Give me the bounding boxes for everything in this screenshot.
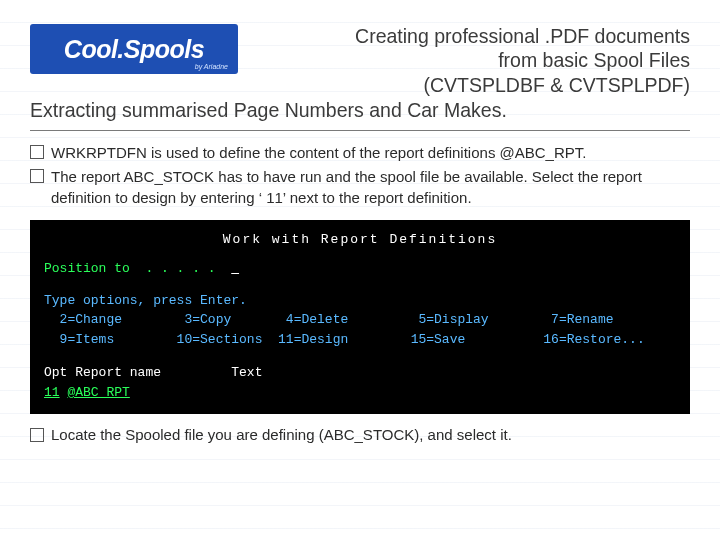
slide: Cool.Spools by Ariadne Creating professi… bbox=[0, 0, 720, 540]
bullet-text: The report ABC_STOCK has to have run and… bbox=[51, 167, 690, 208]
checkbox-icon bbox=[30, 428, 44, 442]
title-line-3: (CVTSPLDBF & CVTSPLPDF) bbox=[248, 73, 690, 97]
coolspools-logo: Cool.Spools by Ariadne bbox=[30, 24, 238, 74]
list-item: WRKRPTDFN is used to define the content … bbox=[30, 143, 690, 163]
divider bbox=[30, 130, 690, 131]
logo-text: Cool.Spools bbox=[64, 35, 204, 64]
title-block: Creating professional .PDF documents fro… bbox=[238, 24, 690, 97]
bullet-text: WRKRPTDFN is used to define the content … bbox=[51, 143, 690, 163]
trailer-bullet: Locate the Spooled file you are defining… bbox=[30, 426, 690, 443]
subtitle: Extracting summarised Page Numbers and C… bbox=[30, 99, 690, 122]
terminal-options-row: 2=Change 3=Copy 4=Delete 5=Display 7=Ren… bbox=[44, 310, 676, 330]
bullet-list: WRKRPTDFN is used to define the content … bbox=[30, 143, 690, 208]
header-row: Cool.Spools by Ariadne Creating professi… bbox=[30, 24, 690, 97]
terminal-screenshot: Work with Report Definitions Position to… bbox=[30, 220, 690, 415]
checkbox-icon bbox=[30, 145, 44, 159]
terminal-column-header: Opt Report name Text bbox=[44, 363, 676, 383]
report-name: @ABC_RPT bbox=[67, 385, 129, 400]
opt-input: 11 bbox=[44, 385, 60, 400]
title-line-1: Creating professional .PDF documents bbox=[248, 24, 690, 48]
terminal-data-row: 11 @ABC_RPT bbox=[44, 383, 676, 403]
list-item: The report ABC_STOCK has to have run and… bbox=[30, 167, 690, 208]
title-line-2: from basic Spool Files bbox=[248, 48, 690, 72]
logo-subtext: by Ariadne bbox=[195, 63, 228, 70]
terminal-instruction: Type options, press Enter. bbox=[44, 291, 676, 311]
terminal-options-row: 9=Items 10=Sections 11=Design 15=Save 16… bbox=[44, 330, 676, 350]
position-label: Position to . . . . . bbox=[44, 261, 231, 276]
trailer-text: Locate the Spooled file you are defining… bbox=[51, 426, 690, 443]
checkbox-icon bbox=[30, 169, 44, 183]
position-input bbox=[231, 259, 319, 279]
terminal-row: Position to . . . . . bbox=[44, 259, 676, 279]
terminal-title: Work with Report Definitions bbox=[44, 230, 676, 250]
